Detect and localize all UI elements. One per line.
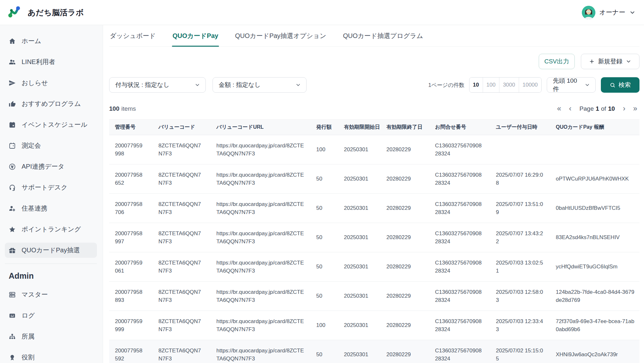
sidebar-item-event-schedule[interactable]: イベントスケジュール bbox=[5, 117, 97, 132]
sidebar-item-log[interactable]: ログ bbox=[5, 308, 97, 323]
table-cell: 20280229 bbox=[381, 252, 429, 282]
head-count-value: 先頭 100 件 bbox=[553, 77, 584, 93]
calendar-outline-icon bbox=[8, 142, 16, 150]
amount-value: 金額 : 指定なし bbox=[219, 81, 261, 89]
table-cell: C1360327567090828324 bbox=[429, 194, 490, 223]
table-cell: 8ZCTETA6QQN7N7F3 bbox=[153, 311, 211, 340]
table-cell: 200077958997 bbox=[109, 223, 153, 252]
table-cell: 2025/07/07 13:51:09 bbox=[490, 194, 550, 223]
main-content: ダッシュボード QUOカードPay QUOカードPay抽選オプション QUOカー… bbox=[103, 25, 644, 363]
head-count-select[interactable]: 先頭 100 件 bbox=[547, 77, 596, 93]
next-page-button[interactable]: › bbox=[621, 105, 628, 112]
page-word: Page bbox=[580, 105, 594, 112]
grant-status-select[interactable]: 付与状況 : 指定なし bbox=[109, 77, 206, 93]
sidebar-item-support-desk[interactable]: サポートデスク bbox=[5, 180, 97, 195]
page-size-option-10000[interactable]: 10000 bbox=[519, 78, 541, 92]
search-icon bbox=[610, 82, 616, 88]
col-issued-amount: 発行額 bbox=[310, 120, 338, 135]
chevron-down-icon bbox=[194, 82, 200, 88]
sidebar-item-point-ranking[interactable]: ポイントランキング bbox=[5, 222, 97, 237]
first-page-button[interactable]: « bbox=[555, 105, 564, 112]
log-icon bbox=[8, 312, 16, 320]
sidebar-item-recommended-programs[interactable]: おすすめプログラム bbox=[5, 96, 97, 111]
filter-bar: 付与状況 : 指定なし 金額 : 指定なし 1ページの件数 10 100 300… bbox=[109, 77, 639, 93]
table-cell: 20280229 bbox=[381, 135, 429, 164]
plus-icon bbox=[589, 59, 595, 64]
col-quo-card-pay-reward: QUOカードPay 報酬 bbox=[550, 120, 639, 135]
page-size-option-3000[interactable]: 3000 bbox=[499, 78, 519, 92]
woman-avatar bbox=[582, 6, 595, 19]
tab-quo-card-pay[interactable]: QUOカードPay bbox=[172, 25, 219, 46]
table-cell: 8ZCTETA6QQN7N7F3 bbox=[153, 340, 211, 363]
tab-bar: ダッシュボード QUOカードPay QUOカードPay抽選オプション QUOカー… bbox=[109, 25, 639, 47]
page-size-option-100[interactable]: 100 bbox=[483, 78, 499, 92]
table-row: 2000779589978ZCTETA6QQN7N7F3https://br.q… bbox=[109, 223, 639, 252]
new-registration-button[interactable]: 新規登録 bbox=[581, 54, 639, 69]
app-title: あだち脳活ラボ bbox=[28, 7, 84, 18]
table-cell: C1360327567090828324 bbox=[429, 223, 490, 252]
prev-page-button[interactable]: ‹ bbox=[567, 105, 574, 112]
sidebar-item-api-data[interactable]: API連携データ bbox=[5, 159, 97, 174]
list-meta: 100items « ‹ Page 1 of 10 › » bbox=[109, 105, 639, 112]
chevron-down-icon bbox=[584, 82, 590, 88]
table-cell: 8ZCTETA6QQN7N7F3 bbox=[153, 252, 211, 282]
table-cell: 124ba22b-7fde-4ca0-84d4-3679de28d769 bbox=[550, 282, 639, 311]
page-indicator: Page 1 of 10 bbox=[580, 105, 615, 112]
table-cell: 20250301 bbox=[338, 135, 381, 164]
page-size-cluster: 1ページの件数 10 100 3000 10000 先頭 100 件 検索 bbox=[428, 77, 639, 93]
table-cell: 2025/07/02 15:15:05 bbox=[490, 340, 550, 363]
toolbar: CSV出力 新規登録 bbox=[109, 54, 639, 69]
table-cell: 20250301 bbox=[338, 194, 381, 223]
table-cell: 50 bbox=[310, 194, 338, 223]
csv-export-button[interactable]: CSV出力 bbox=[539, 54, 575, 69]
sidebar-item-affiliation[interactable]: 所属 bbox=[5, 329, 97, 344]
plug-circle-icon bbox=[8, 163, 16, 171]
sidebar-item-master[interactable]: マスター bbox=[5, 287, 97, 302]
sidebar-item-juki-link[interactable]: 住基連携 bbox=[5, 201, 97, 216]
search-button-label: 検索 bbox=[619, 81, 631, 89]
sidebar-item-label: イベントスケジュール bbox=[22, 120, 87, 129]
table-cell: 8ZCTETA6QQN7N7F3 bbox=[153, 223, 211, 252]
tab-dashboard[interactable]: ダッシュボード bbox=[109, 25, 156, 46]
user-menu[interactable]: オーナー bbox=[582, 6, 636, 19]
sidebar-item-label: ポイントランキング bbox=[22, 225, 81, 234]
table-cell: 2025/07/07 16:29:08 bbox=[490, 164, 550, 194]
table-cell: https://br.quocardpay.jp/card/8ZCTETA6QQ… bbox=[211, 164, 310, 194]
sidebar-item-quo-card-pay-lottery[interactable]: QUOカードPay抽選 bbox=[5, 243, 97, 258]
sidebar-item-line-users[interactable]: LINE利用者 bbox=[5, 54, 97, 70]
table-cell: 2025/07/03 12:58:03 bbox=[490, 282, 550, 311]
sidebar-item-label: 住基連携 bbox=[22, 204, 47, 213]
last-page-button[interactable]: » bbox=[631, 105, 639, 112]
table-cell: C1360327567090828324 bbox=[429, 252, 490, 282]
table-cell: 50 bbox=[310, 164, 338, 194]
chevron-down-icon bbox=[295, 82, 301, 88]
sidebar: ホーム LINE利用者 おしらせ おすすめプログラム イベントスケジュール 測定… bbox=[0, 25, 103, 363]
headset-icon bbox=[8, 184, 16, 191]
tab-quo-card-lottery-program[interactable]: QUOカード抽選プログラム bbox=[342, 25, 424, 46]
sidebar-item-role[interactable]: 役割 bbox=[5, 350, 97, 363]
users-icon bbox=[8, 58, 16, 66]
thumbs-up-icon bbox=[8, 100, 16, 108]
table-cell: C1360327567090828324 bbox=[429, 164, 490, 194]
sidebar-item-measurement[interactable]: 測定会 bbox=[5, 138, 97, 153]
chevron-down-icon bbox=[629, 9, 636, 16]
search-button[interactable]: 検索 bbox=[601, 77, 639, 93]
table-cell: ycHfQdwiET9uGC6IqlSm bbox=[550, 252, 639, 282]
table-cell: 20250301 bbox=[338, 311, 381, 340]
sidebar-item-news[interactable]: おしらせ bbox=[5, 75, 97, 90]
table-cell: 100 bbox=[310, 311, 338, 340]
table-cell: 20280229 bbox=[381, 340, 429, 363]
table-cell: C1360327567090828324 bbox=[429, 135, 490, 164]
page-size-option-10[interactable]: 10 bbox=[469, 78, 483, 92]
gift-icon bbox=[8, 247, 16, 254]
sidebar-item-label: マスター bbox=[22, 290, 48, 299]
person-gear-icon bbox=[8, 205, 16, 212]
table-row: 2000779599988ZCTETA6QQN7N7F3https://br.q… bbox=[109, 135, 639, 164]
table-cell: https://br.quocardpay.jp/card/8ZCTETA6QQ… bbox=[211, 340, 310, 363]
tab-quo-card-pay-lottery-option[interactable]: QUOカードPay抽選オプション bbox=[234, 25, 327, 46]
amount-select[interactable]: 金額 : 指定なし bbox=[213, 77, 307, 93]
table-cell: 20250301 bbox=[338, 223, 381, 252]
col-inquiry-number: お問合せ番号 bbox=[429, 120, 490, 135]
table-cell: 20280229 bbox=[381, 164, 429, 194]
sidebar-item-home[interactable]: ホーム bbox=[5, 33, 97, 49]
